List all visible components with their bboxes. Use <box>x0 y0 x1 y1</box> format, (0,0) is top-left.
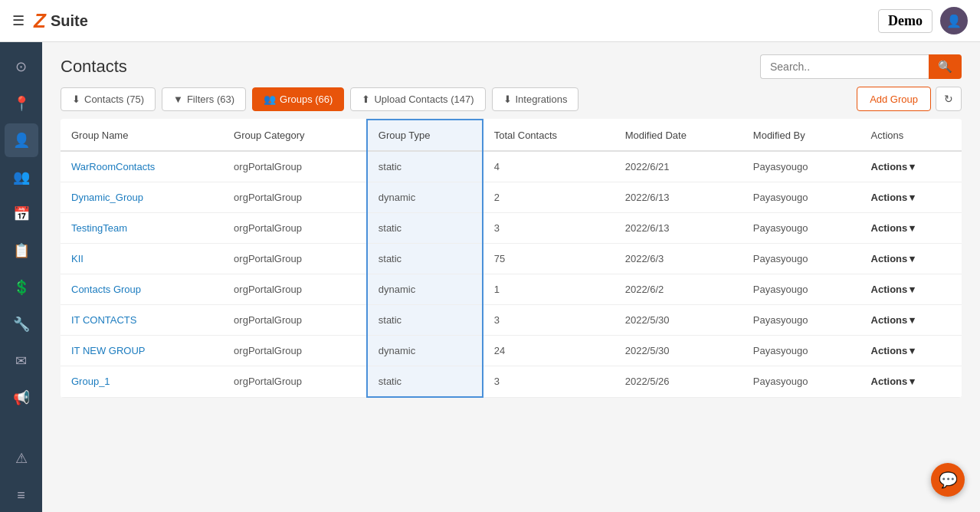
table-container: Group Name Group Category Group Type Tot… <box>42 119 980 512</box>
add-group-button[interactable]: Add Group <box>857 87 931 111</box>
cell-group-category: orgPortalGroup <box>223 244 367 274</box>
filters-label: Filters (63) <box>187 94 234 105</box>
cell-group-category: orgPortalGroup <box>223 336 367 366</box>
integrations-tab[interactable]: ⬇ Integrations <box>492 87 579 111</box>
sidebar-item-alerts[interactable]: ⚠ <box>5 441 38 475</box>
cell-group-category: orgPortalGroup <box>223 151 367 182</box>
group-name-link[interactable]: IT CONTACTS <box>71 314 136 326</box>
cell-group-type: static <box>367 151 483 182</box>
cell-modified-date: 2022/5/30 <box>615 305 742 336</box>
cell-actions: Actions ▾ <box>860 274 962 305</box>
cell-group-category: orgPortalGroup <box>223 274 367 305</box>
groups-tab[interactable]: 👥 Groups (66) <box>252 87 344 111</box>
group-name-link[interactable]: WarRoomContacts <box>71 161 155 172</box>
cell-group-category: orgPortalGroup <box>223 305 367 336</box>
contacts-tab[interactable]: ⬇ Contacts (75) <box>61 87 156 111</box>
cell-modified-by: Payasyougo <box>742 274 860 305</box>
sidebar-item-broadcast[interactable]: 📢 <box>5 381 38 415</box>
hamburger-icon[interactable]: ☰ <box>12 12 25 29</box>
cell-total-contacts: 3 <box>483 305 615 336</box>
col-modified-by: Modified By <box>742 120 860 151</box>
cell-modified-by: Payasyougo <box>742 151 860 182</box>
actions-button[interactable]: Actions ▾ <box>871 284 916 295</box>
cell-group-category: orgPortalGroup <box>223 182 367 213</box>
cell-modified-date: 2022/6/3 <box>615 244 742 274</box>
group-name-link[interactable]: Contacts Group <box>71 284 141 295</box>
demo-badge: Demo <box>878 9 932 33</box>
upload-tab[interactable]: ⬆ Upload Contacts (147) <box>350 87 485 111</box>
table-header-row: Group Name Group Category Group Type Tot… <box>61 120 962 151</box>
cell-group-name: KII <box>61 244 223 274</box>
chat-bubble[interactable]: 💬 <box>931 463 965 497</box>
table-row: WarRoomContacts orgPortalGroup static 4 … <box>61 151 962 182</box>
table-row: IT CONTACTS orgPortalGroup static 3 2022… <box>61 305 962 336</box>
logo-suite-text: Suite <box>51 12 88 30</box>
sidebar-item-billing[interactable]: 💲 <box>5 271 38 304</box>
sidebar-item-dashboard[interactable]: ⊙ <box>5 50 38 84</box>
avatar[interactable]: 👤 <box>940 7 968 34</box>
actions-button[interactable]: Actions ▾ <box>871 192 916 203</box>
cell-actions: Actions ▾ <box>860 244 962 274</box>
cell-actions: Actions ▾ <box>860 305 962 336</box>
cell-group-name: IT CONTACTS <box>61 305 223 336</box>
page-title: Contacts <box>61 57 127 77</box>
sidebar-item-tools[interactable]: 🔧 <box>5 307 38 341</box>
cell-group-type: dynamic <box>367 274 483 305</box>
cell-modified-date: 2022/5/26 <box>615 366 742 398</box>
filter-icon: ▼ <box>173 94 183 105</box>
cell-actions: Actions ▾ <box>860 336 962 366</box>
refresh-button[interactable]: ↻ <box>936 87 962 111</box>
cell-group-name: Contacts Group <box>61 274 223 305</box>
contacts-label: Contacts (75) <box>84 94 144 105</box>
integrations-label: Integrations <box>516 94 568 105</box>
cell-modified-date: 2022/6/21 <box>615 151 742 182</box>
group-name-link[interactable]: Dynamic_Group <box>71 192 143 203</box>
group-name-link[interactable]: KII <box>71 253 84 264</box>
cell-group-type: dynamic <box>367 336 483 366</box>
sidebar-item-contacts[interactable]: 👤 <box>5 123 38 157</box>
sidebar-item-groups[interactable]: 👥 <box>5 160 38 194</box>
cell-modified-date: 2022/5/30 <box>615 336 742 366</box>
actions-button[interactable]: Actions ▾ <box>871 161 916 172</box>
upload-label: Upload Contacts (147) <box>374 94 474 105</box>
cell-group-name: TestingTeam <box>61 213 223 244</box>
cell-total-contacts: 24 <box>483 336 615 366</box>
sidebar-item-mail[interactable]: ✉ <box>5 344 38 378</box>
cell-group-type: static <box>367 366 483 398</box>
cell-group-type: static <box>367 213 483 244</box>
actions-button[interactable]: Actions ▾ <box>871 376 916 387</box>
col-modified-date: Modified Date <box>615 120 742 151</box>
sidebar-item-reports[interactable]: 📋 <box>5 234 38 267</box>
search-button[interactable]: 🔍 <box>929 54 962 79</box>
cell-group-type: static <box>367 305 483 336</box>
sidebar-item-location[interactable]: 📍 <box>5 87 38 120</box>
search-input[interactable] <box>760 54 929 79</box>
actions-button[interactable]: Actions ▾ <box>871 314 916 326</box>
integrations-icon: ⬇ <box>503 94 512 105</box>
actions-button[interactable]: Actions ▾ <box>871 222 916 234</box>
sidebar-item-calendar[interactable]: 📅 <box>5 197 38 231</box>
cell-modified-date: 2022/6/2 <box>615 274 742 305</box>
cell-actions: Actions ▾ <box>860 182 962 213</box>
cell-total-contacts: 3 <box>483 366 615 398</box>
sidebar-item-menu[interactable]: ≡ <box>5 478 38 512</box>
group-name-link[interactable]: Group_1 <box>71 376 110 387</box>
cell-total-contacts: 4 <box>483 151 615 182</box>
table-row: Dynamic_Group orgPortalGroup dynamic 2 2… <box>61 182 962 213</box>
filters-tab[interactable]: ▼ Filters (63) <box>162 87 246 111</box>
col-total-contacts: Total Contacts <box>483 120 615 151</box>
group-name-link[interactable]: TestingTeam <box>71 222 127 234</box>
actions-button[interactable]: Actions ▾ <box>871 345 916 356</box>
cell-group-name: Dynamic_Group <box>61 182 223 213</box>
cell-group-name: IT NEW GROUP <box>61 336 223 366</box>
cell-modified-by: Payasyougo <box>742 366 860 398</box>
cell-total-contacts: 3 <box>483 213 615 244</box>
actions-button[interactable]: Actions ▾ <box>871 253 916 264</box>
table-row: IT NEW GROUP orgPortalGroup dynamic 24 2… <box>61 336 962 366</box>
col-group-name: Group Name <box>61 120 223 151</box>
cell-group-type: static <box>367 244 483 274</box>
sidebar: ⊙ 📍 👤 👥 📅 📋 💲 🔧 ✉ 📢 ⚠ ≡ <box>0 42 42 512</box>
col-group-category: Group Category <box>223 120 367 151</box>
group-name-link[interactable]: IT NEW GROUP <box>71 345 146 356</box>
col-group-type: Group Type <box>367 120 483 151</box>
